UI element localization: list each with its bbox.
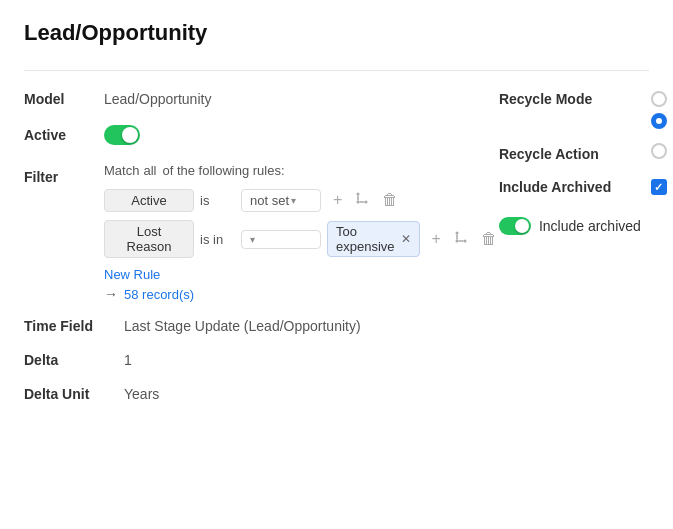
filter-value-select-active[interactable]: not set ▾ [241,189,321,212]
filter-row-lost-reason: Lost Reason is in ▾ Too expensive ✕ + [104,220,499,258]
filter-match-row: Match all of the following rules: [104,163,499,178]
filter-value-active-text: not set [250,193,289,208]
value-pill-too-expensive: Too expensive ✕ [327,221,420,257]
delta-value: 1 [124,352,132,368]
svg-point-2 [365,201,368,204]
include-archived-filter-label: Include archived [539,218,641,234]
active-toggle[interactable] [104,125,140,145]
pill-close-too-expensive[interactable]: ✕ [401,232,411,246]
include-archived-checkbox[interactable] [651,179,667,195]
delta-unit-value: Years [124,386,159,402]
recycle-action-archive-row: Archive [651,143,673,159]
recycle-action-label: Recycle Action [499,146,639,162]
pill-text-too-expensive: Too expensive [336,224,395,254]
active-row: Active [24,125,499,145]
recycle-mode-manual-radio[interactable] [651,91,667,107]
delta-unit-row: Delta Unit Years [24,386,499,402]
filter-actions-lost-reason: + 🗑 [430,227,499,251]
recycle-action-options: Archive Delete [651,143,673,165]
chevron-down-icon: ▾ [250,234,255,245]
filter-op-active: is [200,193,235,208]
recycle-action-row: Recycle Action Archive Delete [499,143,673,165]
match-suffix: of the following rules: [162,163,284,178]
records-row: → 58 record(s) [104,286,499,302]
filter-branch-button[interactable] [352,188,372,212]
add-filter-branch-button-lr[interactable]: + [430,228,443,250]
svg-point-1 [357,201,360,204]
svg-point-5 [455,232,458,235]
filter-content: Match all of the following rules: Active… [104,163,499,302]
svg-point-0 [357,193,360,196]
recycle-mode-options: Manual Automatic [651,91,673,135]
svg-point-7 [463,240,466,243]
delta-unit-label: Delta Unit [24,386,124,402]
filter-section: Filter Match all of the following rules:… [24,163,499,302]
recycle-mode-label: Recycle Mode [499,91,639,107]
include-archived-label: Include Archived [499,179,639,195]
records-count-link[interactable]: 58 record(s) [124,287,194,302]
time-field-value: Last Stage Update (Lead/Opportunity) [124,318,361,334]
records-arrow-icon: → [104,286,118,302]
match-prefix: Match [104,163,139,178]
include-archived-filter-row: Include archived [499,217,673,235]
filter-branch-button-lr[interactable] [451,227,471,251]
active-label: Active [24,127,104,143]
add-filter-branch-button[interactable]: + [331,189,344,211]
recycle-action-archive-radio[interactable] [651,143,667,159]
delta-label: Delta [24,352,124,368]
chevron-down-icon: ▾ [291,195,296,206]
new-rule-link[interactable]: New Rule [104,267,160,282]
recycle-mode-automatic-radio[interactable] [651,113,667,129]
delete-filter-active-button[interactable]: 🗑 [380,189,400,211]
model-label: Model [24,91,104,107]
include-archived-row: Include Archived [499,179,673,195]
filter-op-select-lost-reason[interactable]: ▾ [241,230,321,249]
filter-op-lost-reason: is in [200,232,235,247]
match-all-button[interactable]: all [143,163,158,178]
time-field-row: Time Field Last Stage Update (Lead/Oppor… [24,318,499,334]
recycle-mode-automatic-row: Automatic [651,113,673,129]
svg-point-6 [455,240,458,243]
delete-filter-lr-button[interactable]: 🗑 [479,228,499,250]
recycle-mode-row: Recycle Mode Manual Automatic [499,91,673,135]
include-archived-filter-toggle[interactable] [499,217,531,235]
filter-row-active: Active is not set ▾ + [104,188,499,212]
filter-field-lost-reason: Lost Reason [104,220,194,258]
recycle-mode-manual-row: Manual [651,91,673,107]
divider [24,70,649,71]
time-field-label: Time Field [24,318,124,334]
filter-field-active: Active [104,189,194,212]
filter-actions-active: + 🗑 [331,188,400,212]
filter-label: Filter [24,163,104,185]
match-type: all [143,163,156,178]
model-row: Model Lead/Opportunity [24,91,499,107]
page-title: Lead/Opportunity [24,20,649,46]
delta-row: Delta 1 [24,352,499,368]
model-value: Lead/Opportunity [104,91,211,107]
